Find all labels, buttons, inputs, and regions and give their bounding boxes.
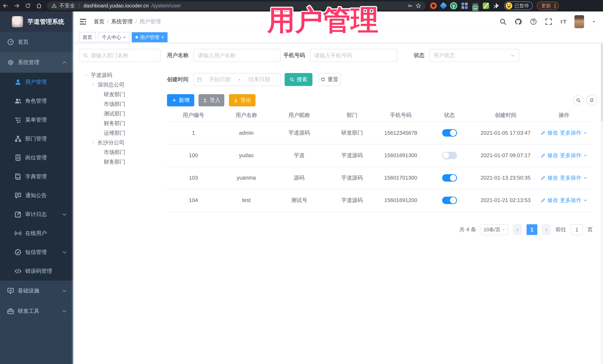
tree-node[interactable]: 测试部门 [79,109,161,119]
gem-extension-icon[interactable] [440,2,447,10]
sidebar-collapse-hamburger-icon[interactable] [79,18,87,26]
caret-down-icon[interactable] [91,141,95,144]
browser-back-button[interactable] [0,0,11,11]
switch-on-extension-icon[interactable]: on [472,3,479,9]
tree-node[interactable]: 市场部门 [79,147,161,157]
sidebar-item-dev-tools[interactable]: 研发工具 [0,301,73,321]
password-key-icon[interactable] [407,3,413,9]
close-icon[interactable]: × [123,35,126,40]
breadcrumb-separator: / [135,19,137,25]
avatar-caret-down-icon[interactable] [592,20,596,24]
reset-button[interactable]: 重置 [318,73,341,86]
browser-update-button[interactable]: 更新 [537,1,559,10]
end-date-placeholder[interactable]: 结束日期 [241,76,277,83]
address-bar[interactable]: 不安全 dashboard.yudao.iocoder.cn/system/us… [47,1,426,10]
green-y-extension-icon[interactable]: y [450,2,457,9]
status-toggle[interactable] [442,129,457,137]
close-icon[interactable]: × [161,35,164,40]
more-actions-link[interactable]: 更多操作 [560,174,581,182]
tab-profile[interactable]: 个人中心 × [98,32,129,42]
browser-home-button[interactable] [33,0,45,11]
browser-profile-chip[interactable]: 已暂停 [504,1,533,10]
tree-node[interactable]: 市场部门 [79,99,161,109]
dept-search-box[interactable] [79,49,161,62]
ubuntu-extension-icon[interactable] [430,2,437,9]
status-toggle[interactable] [442,174,457,182]
font-size-icon[interactable]: тT [560,19,567,25]
sidebar-item-post-mgmt[interactable]: 岗位管理 [0,148,73,167]
grid-extension-icon[interactable] [461,2,468,9]
browser-forward-button[interactable] [11,0,22,11]
chevron-down-icon[interactable] [583,198,587,202]
status-toggle[interactable] [442,197,457,204]
search-button[interactable]: 搜索 [285,73,313,86]
tab-user-mgmt[interactable]: 用户管理 × [132,32,168,42]
sidebar-item-sms-mgmt[interactable]: 短信管理 [0,243,73,262]
chevron-down-icon[interactable] [583,154,587,157]
chevron-down-icon[interactable] [583,131,587,135]
edit-link[interactable]: 修改 [547,152,558,159]
breadcrumb-system-mgmt[interactable]: 系统管理 [111,18,133,25]
more-actions-link[interactable]: 更多操作 [560,197,581,204]
next-page-button[interactable]: › [542,224,551,235]
github-icon[interactable] [514,18,522,25]
sidebar-item-online-users[interactable]: 在线用户 [0,224,73,243]
tree-node[interactable]: 研发部门 [79,90,161,99]
sidebar-item-audit-log[interactable]: 审计日志 [0,205,73,224]
tree-node[interactable]: 深圳总公司 [79,80,161,90]
sidebar-item-infrastructure[interactable]: 基础设施 [0,281,73,301]
export-button[interactable]: 导出 [229,94,255,106]
edit-link[interactable]: 修改 [547,174,558,182]
sidebar-item-user-mgmt[interactable]: 用户管理 [0,73,73,92]
browser-menu-kebab-icon[interactable] [554,3,556,9]
add-button[interactable]: 新增 [167,94,194,106]
more-actions-link[interactable]: 更多操作 [560,152,581,159]
username-input[interactable] [193,49,280,62]
page-size-select[interactable]: 10条/页 [481,224,508,235]
tree-node[interactable]: 运维部门 [79,128,161,138]
sidebar-item-home[interactable]: 首页 [0,32,73,52]
refresh-icon [589,98,594,103]
sidebar-item-role-mgmt[interactable]: 角色管理 [0,92,73,110]
toggle-search-button[interactable] [573,95,584,106]
tab-home[interactable]: 首页 [79,32,96,42]
vertical-scrollbar[interactable] [601,43,603,364]
status-toggle[interactable] [442,152,457,159]
browser-reload-button[interactable] [22,0,33,11]
breadcrumb-user-mgmt: 用户管理 [139,18,161,25]
edit-link[interactable]: 修改 [547,197,558,204]
extensions-puzzle-icon[interactable] [493,3,499,9]
import-button[interactable]: 导入 [198,94,224,106]
current-page-button[interactable]: 1 [527,224,537,235]
tree-node-root[interactable]: 芋道源码 [79,70,161,80]
more-actions-link[interactable]: 更多操作 [560,129,581,137]
caret-down-icon[interactable] [91,83,95,87]
sidebar-item-dict-mgmt[interactable]: 字典管理 [0,167,73,186]
goto-page-input[interactable] [571,224,583,235]
prev-page-button[interactable]: ‹ [513,224,522,235]
green-key-extension-icon[interactable] [483,3,489,9]
status-select[interactable]: 用户状态 [429,49,519,62]
dept-search-input[interactable] [91,53,156,59]
fullscreen-icon[interactable] [545,18,552,25]
sidebar-item-system-mgmt[interactable]: 系统管理 [0,52,73,73]
sidebar-item-dept-mgmt[interactable]: 部门管理 [0,129,73,148]
edit-link[interactable]: 修改 [547,129,558,137]
sidebar-item-error-code-mgmt[interactable]: 错误码管理 [0,262,73,281]
caret-down-icon[interactable] [84,73,88,77]
sidebar-item-notice[interactable]: 通知公告 [0,186,73,205]
create-time-range-picker[interactable]: 开始日期 - 结束日期 [193,73,280,86]
mobile-input[interactable] [310,49,397,62]
tree-node[interactable]: 财务部门 [79,119,161,128]
user-avatar[interactable] [574,15,584,28]
start-date-placeholder[interactable]: 开始日期 [202,76,238,83]
breadcrumb-home[interactable]: 首页 [94,18,104,25]
sidebar-item-menu-mgmt[interactable]: 菜单管理 [0,110,73,129]
tree-node[interactable]: 财务部门 [79,157,161,167]
refresh-table-button[interactable] [586,95,597,106]
tree-node[interactable]: 长沙分公司 [79,138,161,147]
chevron-down-icon[interactable] [583,176,587,180]
help-question-icon[interactable] [530,18,537,25]
bookmark-star-icon[interactable] [416,3,421,9]
search-icon[interactable] [499,18,507,25]
